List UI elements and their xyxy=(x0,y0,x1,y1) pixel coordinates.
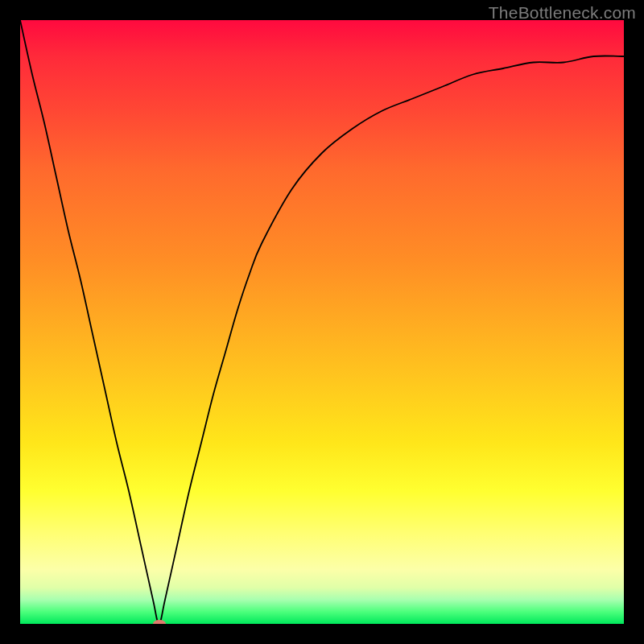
chart-frame: TheBottleneck.com xyxy=(0,0,644,644)
curve-minimum-marker xyxy=(153,620,166,624)
bottleneck-curve-svg xyxy=(20,20,624,624)
bottleneck-curve xyxy=(20,20,624,624)
chart-plot-area xyxy=(20,20,624,624)
